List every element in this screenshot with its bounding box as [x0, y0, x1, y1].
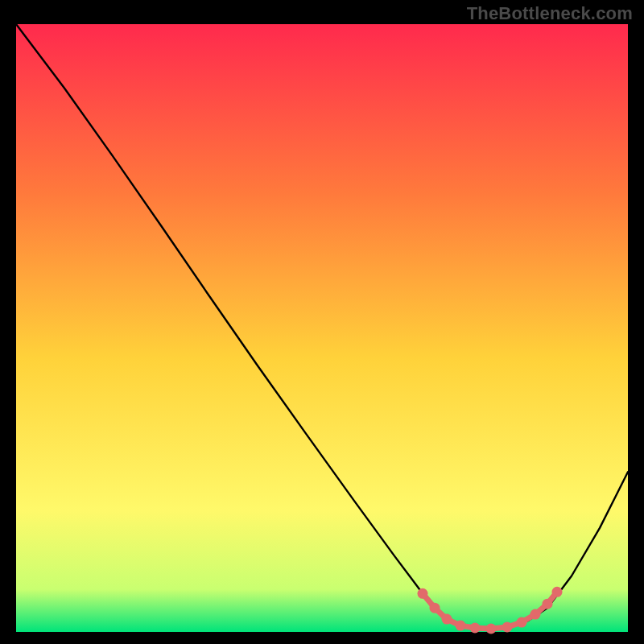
bottleneck-chart	[0, 0, 644, 644]
marker-dot	[456, 621, 466, 631]
marker-dot	[543, 599, 553, 609]
marker-dot	[530, 609, 541, 620]
marker-dot	[502, 622, 513, 633]
marker-dot	[442, 614, 452, 625]
marker-dot	[486, 624, 497, 634]
marker-dot	[552, 587, 563, 597]
marker-dot	[517, 617, 527, 628]
chart-stage: TheBottleneck.com	[0, 0, 644, 644]
gradient-plot-area	[16, 24, 628, 632]
watermark-text: TheBottleneck.com	[467, 3, 633, 24]
marker-dot	[418, 588, 428, 599]
marker-dot	[430, 603, 440, 613]
marker-dot	[470, 623, 481, 634]
